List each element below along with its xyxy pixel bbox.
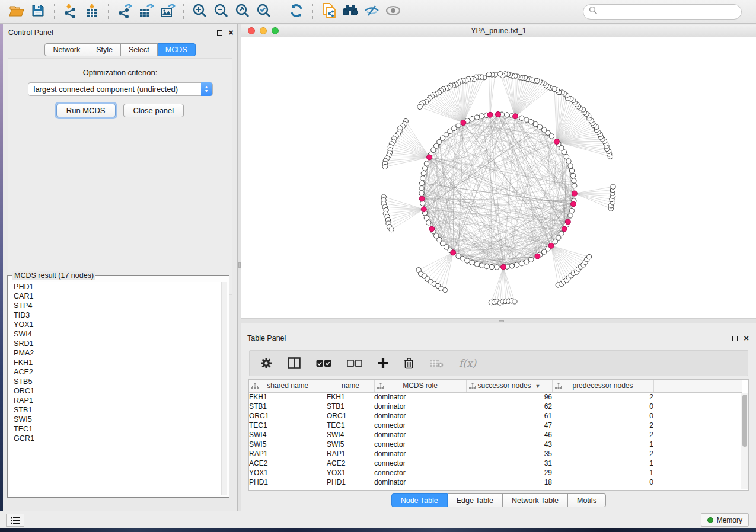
table-settings-button[interactable] [260, 357, 272, 369]
mcds-node-item[interactable]: STP4 [10, 301, 227, 310]
search-icon [589, 6, 598, 17]
mcds-node-item[interactable]: SWI4 [10, 329, 227, 339]
column-header-MCDS-role[interactable]: MCDS role [374, 380, 466, 392]
open-file-button[interactable] [6, 3, 27, 21]
table-row[interactable]: STB1STB1dominator620 [249, 402, 742, 411]
mcds-node-item[interactable]: STB1 [10, 405, 227, 415]
show-all-button[interactable] [382, 3, 404, 21]
run-mcds-button[interactable]: Run MCDS [56, 104, 116, 117]
save-session-button[interactable] [27, 3, 49, 21]
close-panel-button[interactable]: Close panel [123, 104, 184, 117]
table-row[interactable]: YOX1YOX1connector291 [249, 468, 742, 477]
zoom-selected-button[interactable] [253, 3, 275, 21]
column-header-successor-nodes[interactable]: successor nodes▼ [466, 380, 552, 392]
cell-MCDS-role: dominator [374, 392, 466, 402]
memory-button[interactable]: Memory [701, 513, 749, 527]
cell-shared-name: YOX1 [249, 468, 327, 477]
table-scrollbar[interactable] [741, 393, 748, 489]
divider-grip[interactable] [499, 320, 504, 322]
cell-successor-nodes: 46 [466, 430, 552, 440]
zoom-in-button[interactable] [189, 3, 210, 21]
column-header-shared-name[interactable]: shared name [249, 380, 327, 392]
export-network-button[interactable] [114, 3, 135, 21]
tab-edge-table[interactable]: Edge Table [448, 493, 503, 507]
first-neighbors-button[interactable] [340, 3, 361, 21]
status-bar: Memory [0, 511, 756, 528]
column-header-name[interactable]: name [327, 380, 374, 392]
table-row[interactable]: TEC1TEC1connector472 [249, 421, 742, 430]
table-row[interactable]: ORC1ORC1dominator610 [249, 411, 742, 421]
refresh-icon [289, 3, 304, 21]
cell-predecessor-nodes: 0 [552, 402, 653, 411]
export-image-button[interactable] [157, 3, 178, 21]
split-columns-button[interactable] [288, 357, 301, 369]
table-row[interactable]: ACE2ACE2connector311 [249, 459, 742, 468]
table-row[interactable]: SWI4SWI4dominator462 [249, 430, 742, 440]
mcds-node-item[interactable]: SRD1 [10, 339, 227, 348]
tab-network[interactable]: Network [44, 43, 88, 56]
network-graph[interactable] [241, 37, 756, 318]
divider-grip[interactable] [238, 262, 241, 268]
close-icon[interactable]: × [744, 335, 749, 341]
mcds-list-scrollbar[interactable] [221, 282, 227, 495]
mcds-node-item[interactable]: GCR1 [10, 434, 227, 443]
horizontal-split-divider[interactable] [241, 318, 756, 323]
import-network-button[interactable] [60, 3, 81, 21]
search-field[interactable] [583, 4, 742, 20]
table-row[interactable]: SWI5SWI5connector431 [249, 440, 742, 449]
tab-motifs[interactable]: Motifs [568, 493, 606, 507]
tab-select[interactable]: Select [121, 43, 158, 56]
add-column-button[interactable] [378, 358, 388, 368]
mcds-result-list[interactable]: PHD1CAR1STP4TID3YOX1SWI4SRD1PMA2FKH1ACE2… [10, 282, 227, 495]
import-table-button[interactable] [81, 3, 103, 21]
search-input[interactable] [598, 7, 736, 16]
mcds-node-item[interactable]: ORC1 [10, 386, 227, 396]
delete-table-button[interactable] [429, 358, 444, 368]
float-window-icon[interactable] [217, 30, 222, 36]
mcds-node-item[interactable]: YOX1 [10, 320, 227, 329]
mcds-node-item[interactable]: STB5 [10, 377, 227, 386]
cell-shared-name: ACE2 [249, 459, 327, 468]
zoom-out-button[interactable] [210, 3, 232, 21]
table-row[interactable]: FKH1FKH1dominator962 [249, 392, 742, 402]
network-view[interactable] [241, 37, 756, 318]
mcds-node-item[interactable]: PMA2 [10, 348, 227, 358]
deselect-all-checkboxes-button[interactable] [347, 360, 362, 367]
zoom-fit-button[interactable] [232, 3, 253, 21]
function-builder-button[interactable]: f(x) [459, 357, 476, 369]
mcds-node-item[interactable]: PHD1 [10, 282, 227, 291]
network-window-titlebar[interactable]: YPA_prune.txt_1 [241, 25, 756, 37]
table-row[interactable]: RAP1RAP1dominator352 [249, 449, 742, 459]
select-all-checkboxes-button[interactable] [316, 360, 331, 367]
column-header-predecessor-nodes[interactable]: predecessor nodes [552, 380, 653, 392]
tab-style[interactable]: Style [88, 43, 121, 56]
mcds-node-item[interactable]: CAR1 [10, 291, 227, 301]
tab-network-table[interactable]: Network Table [503, 493, 568, 507]
desktop-wallpaper-bottom [0, 528, 756, 532]
cell-predecessor-nodes: 2 [552, 430, 653, 440]
table-header-row: shared namenameMCDS rolesuccessor nodes▼… [249, 380, 742, 392]
mcds-node-item[interactable]: SWI5 [10, 415, 227, 424]
mcds-node-item[interactable]: FKH1 [10, 358, 227, 367]
delete-column-button[interactable] [404, 357, 414, 369]
float-window-icon[interactable] [732, 336, 738, 341]
tab-node-table[interactable]: Node Table [391, 493, 448, 507]
cell-name: ORC1 [327, 411, 374, 421]
tab-mcds[interactable]: MCDS [158, 43, 196, 56]
control-panel: Control Panel × NetworkStyleSelectMCDS O… [3, 24, 238, 511]
cell-name: YOX1 [327, 468, 374, 477]
main-toolbar [0, 0, 756, 24]
refresh-button[interactable] [286, 3, 307, 21]
mcds-node-item[interactable]: TID3 [10, 310, 227, 320]
optimization-criterion-select[interactable]: largest connected component (undirected)… [28, 82, 213, 96]
close-icon[interactable]: × [228, 30, 234, 36]
table-row[interactable]: PHD1PHD1dominator180 [249, 477, 742, 487]
table-scrollbar-thumb[interactable] [742, 395, 747, 447]
mcds-node-item[interactable]: ACE2 [10, 367, 227, 377]
export-table-button[interactable] [135, 3, 157, 21]
copy-style-button[interactable] [318, 3, 340, 21]
mcds-node-item[interactable]: TEC1 [10, 424, 227, 434]
mcds-node-item[interactable]: RAP1 [10, 396, 227, 405]
show-panels-list-button[interactable] [6, 514, 24, 527]
hide-selected-button[interactable] [361, 3, 382, 21]
